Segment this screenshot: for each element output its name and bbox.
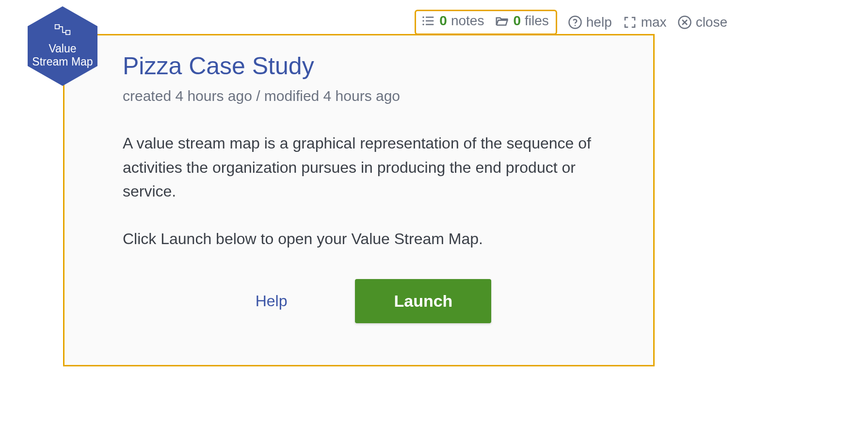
folder-open-icon xyxy=(495,14,509,28)
action-row: Help Launch xyxy=(123,279,624,323)
tool-type-badge: Value Stream Map xyxy=(26,5,99,87)
help-button[interactable]: help xyxy=(568,15,612,30)
window-toolbar: 0 notes 0 files help max xyxy=(415,10,727,35)
list-icon xyxy=(421,14,435,28)
help-link[interactable]: Help xyxy=(256,292,288,310)
max-button[interactable]: max xyxy=(623,15,667,30)
notes-label: notes xyxy=(451,13,484,29)
close-label: close xyxy=(696,15,727,30)
notes-button[interactable]: 0 notes xyxy=(421,13,484,29)
files-label: files xyxy=(525,13,549,29)
help-label: help xyxy=(586,15,612,30)
badge-line1: Value xyxy=(48,42,76,56)
attachments-highlight: 0 notes 0 files xyxy=(415,10,557,35)
svg-rect-12 xyxy=(55,25,60,29)
svg-point-2 xyxy=(423,24,425,26)
timestamps: created 4 hours ago / modified 4 hours a… xyxy=(123,88,624,104)
maximize-icon xyxy=(623,15,637,30)
description: A value stream map is a graphical repres… xyxy=(123,132,624,251)
notes-count: 0 xyxy=(439,13,447,29)
launch-button[interactable]: Launch xyxy=(355,279,491,323)
badge-line2: Stream Map xyxy=(32,55,93,69)
question-circle-icon xyxy=(568,15,582,30)
flow-icon xyxy=(54,23,71,39)
svg-point-7 xyxy=(575,25,576,26)
svg-rect-13 xyxy=(66,31,70,34)
files-button[interactable]: 0 files xyxy=(495,13,548,29)
svg-point-0 xyxy=(423,16,425,18)
files-count: 0 xyxy=(513,13,521,29)
svg-point-1 xyxy=(423,20,425,22)
description-para-1: A value stream map is a graphical repres… xyxy=(123,132,624,204)
tool-card: Pizza Case Study created 4 hours ago / m… xyxy=(63,34,655,366)
description-para-2: Click Launch below to open your Value St… xyxy=(123,227,624,251)
close-button[interactable]: close xyxy=(677,15,727,30)
close-circle-icon xyxy=(677,15,692,30)
page-title: Pizza Case Study xyxy=(123,52,624,80)
max-label: max xyxy=(641,15,667,30)
